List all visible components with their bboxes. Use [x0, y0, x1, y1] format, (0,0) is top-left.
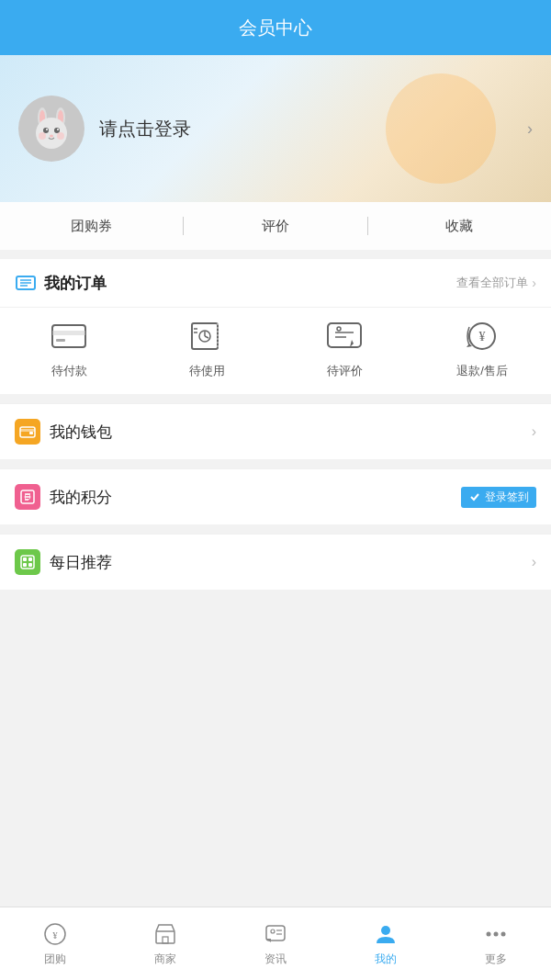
- points-label: 我的积分: [50, 487, 452, 508]
- order-pending-use[interactable]: 待使用: [138, 317, 276, 379]
- nav-more[interactable]: 更多: [441, 907, 551, 980]
- svg-point-59: [501, 931, 506, 936]
- svg-text:¥: ¥: [479, 330, 486, 344]
- orders-section-header: 我的订单 查看全部订单 ›: [0, 259, 551, 307]
- svg-rect-36: [29, 432, 33, 434]
- svg-point-30: [337, 327, 341, 331]
- svg-marker-29: [350, 340, 354, 347]
- nav-merchant[interactable]: 商家: [110, 907, 220, 980]
- svg-rect-42: [468, 490, 481, 503]
- tabs-row: 团购券 评价 收藏: [0, 202, 551, 250]
- view-all-arrow: ›: [532, 276, 536, 290]
- wallet-right: ›: [532, 423, 536, 440]
- points-right: 登录签到: [461, 487, 536, 508]
- orders-header-left: 我的订单: [15, 272, 107, 294]
- avatar-rabbit-icon: [24, 101, 79, 156]
- more-icon: [483, 921, 509, 947]
- nav-news-label: 资讯: [264, 952, 287, 967]
- svg-point-9: [50, 135, 53, 138]
- svg-point-56: [381, 926, 390, 935]
- pending-review-icon: [324, 320, 365, 353]
- profile-banner[interactable]: 请点击登录 ›: [0, 55, 551, 202]
- nav-merchant-label: 商家: [154, 952, 176, 967]
- nav-more-label: 更多: [485, 952, 507, 967]
- order-pending-review[interactable]: 待评价: [276, 317, 413, 379]
- wallet-icon: [19, 423, 36, 440]
- nav-groupbuy[interactable]: ¥ 团购: [0, 907, 110, 980]
- nav-mine-label: 我的: [375, 952, 397, 967]
- checkin-badge[interactable]: 登录签到: [461, 487, 536, 508]
- wallet-label: 我的钱包: [50, 422, 523, 443]
- points-icon-box: [15, 484, 40, 510]
- mine-icon: [373, 921, 399, 947]
- checkmark-icon: [468, 490, 481, 503]
- svg-rect-18: [56, 339, 65, 342]
- svg-rect-52: [266, 926, 285, 941]
- login-prompt: 请点击登录: [99, 117, 191, 141]
- tab-review[interactable]: 评价: [184, 202, 366, 250]
- svg-rect-35: [20, 429, 35, 432]
- svg-line-22: [205, 336, 208, 338]
- refund-icon: ¥: [462, 320, 502, 353]
- svg-rect-46: [23, 563, 27, 567]
- svg-point-8: [57, 129, 59, 130]
- svg-point-6: [54, 128, 60, 133]
- gap-4: [0, 524, 551, 534]
- svg-point-57: [487, 931, 491, 936]
- svg-text:¥: ¥: [52, 929, 58, 941]
- daily-label: 每日推荐: [50, 552, 523, 573]
- daily-right: ›: [532, 554, 536, 570]
- svg-rect-45: [28, 558, 32, 561]
- gap-3: [0, 459, 551, 468]
- daily-arrow: ›: [532, 554, 536, 570]
- tab-coupon[interactable]: 团购券: [0, 202, 183, 250]
- wallet-arrow: ›: [532, 423, 536, 440]
- points-icon: [19, 489, 36, 505]
- refund-label: 退款/售后: [456, 363, 508, 379]
- svg-rect-51: [163, 937, 168, 943]
- svg-point-11: [57, 132, 64, 140]
- avatar: [18, 96, 84, 162]
- pending-pay-label: 待付款: [51, 363, 87, 379]
- wallet-row[interactable]: 我的钱包 ›: [0, 403, 551, 459]
- bottom-nav: ¥ 团购 商家 资讯: [0, 907, 551, 980]
- nav-mine[interactable]: 我的: [331, 907, 441, 980]
- tab-favorite[interactable]: 收藏: [368, 202, 551, 250]
- pending-pay-icon: [49, 320, 89, 353]
- svg-point-53: [271, 929, 275, 933]
- gap-2: [0, 394, 551, 403]
- svg-rect-16: [52, 325, 85, 347]
- pending-use-icon: [186, 320, 227, 353]
- pending-use-label: 待使用: [189, 363, 225, 379]
- order-icons-row: 待付款 待使用: [0, 307, 551, 394]
- points-row[interactable]: 我的积分 登录签到: [0, 468, 551, 524]
- svg-rect-43: [21, 556, 34, 569]
- header-title: 会员中心: [239, 16, 312, 40]
- nav-groupbuy-label: 团购: [44, 952, 66, 967]
- daily-icon: [19, 554, 36, 570]
- order-refund[interactable]: ¥ 退款/售后: [413, 317, 551, 379]
- header: 会员中心: [0, 0, 551, 55]
- merchant-icon: [152, 921, 178, 947]
- svg-rect-26: [328, 323, 361, 347]
- view-all-orders[interactable]: 查看全部订单 ›: [456, 275, 536, 291]
- gap-1: [0, 250, 551, 259]
- profile-arrow: ›: [527, 119, 533, 139]
- pending-review-label: 待评价: [327, 363, 363, 379]
- news-icon: [263, 921, 288, 947]
- content-spacer: [0, 590, 551, 773]
- svg-rect-44: [23, 558, 27, 561]
- svg-rect-47: [28, 563, 32, 567]
- svg-rect-17: [52, 331, 85, 335]
- daily-icon-box: [15, 549, 40, 575]
- wallet-icon-box: [15, 419, 40, 445]
- daily-row[interactable]: 每日推荐 ›: [0, 534, 551, 590]
- order-pending-pay[interactable]: 待付款: [0, 317, 138, 379]
- nav-news[interactable]: 资讯: [220, 907, 331, 980]
- svg-point-7: [46, 129, 48, 130]
- groupbuy-icon: ¥: [42, 921, 68, 947]
- svg-point-10: [39, 132, 46, 140]
- orders-icon: [15, 272, 37, 294]
- orders-title: 我的订单: [44, 273, 107, 294]
- svg-point-58: [494, 931, 499, 936]
